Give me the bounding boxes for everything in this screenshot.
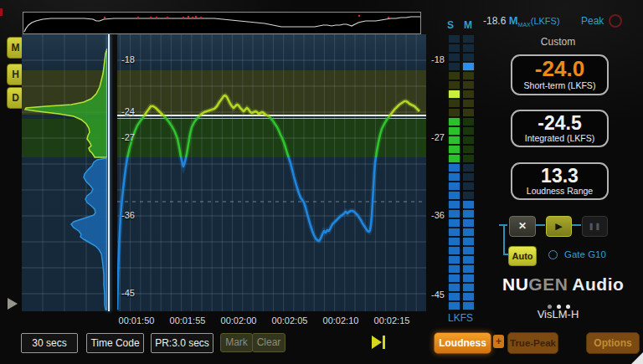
meter-segment <box>449 44 460 52</box>
mark-button[interactable]: Mark <box>220 333 253 352</box>
skip-to-end-icon[interactable] <box>372 336 382 349</box>
integrated-value: -24.5 <box>512 113 607 133</box>
time-axis-label: 00:02:00 <box>213 315 264 326</box>
meter-segment <box>463 274 474 282</box>
gate-label: Gate G10 <box>564 249 606 259</box>
time-axis-label: 00:02:15 <box>367 315 417 326</box>
waveform-overview-graphic <box>23 13 420 33</box>
meter-segment <box>449 302 460 310</box>
short-term-meter-label: S <box>445 19 456 31</box>
meter-segment <box>449 35 460 43</box>
meter-segment <box>463 146 474 153</box>
vislm-plugin-window: M H D S M LKFS -18.6 MMAX(LKFS) Peak Cus… <box>0 0 643 364</box>
logo-part-nu: NU <box>502 274 528 294</box>
loudness-view-button[interactable]: Loudness <box>434 332 491 354</box>
meter-segment <box>449 182 460 190</box>
resize-grip[interactable] <box>631 352 643 364</box>
short-term-meter[interactable] <box>449 35 460 311</box>
meter-segment <box>463 201 474 208</box>
meter-segment <box>449 293 460 300</box>
graph-scale-label: -24 <box>121 106 135 116</box>
meter-segment <box>449 109 460 116</box>
momentary-max-readout[interactable]: -18.6 MMAX(LKFS) <box>483 14 560 28</box>
meter-segment <box>463 302 474 310</box>
logo-part-audio: Audio <box>572 274 624 294</box>
integrated-readout-box[interactable]: -24.5 Integrated (LKFS) <box>511 110 609 147</box>
loudness-range-readout-box[interactable]: 13.3 Loudness Range <box>511 162 609 200</box>
time-axis-label: 00:02:05 <box>265 315 315 326</box>
peak-label: Peak <box>581 15 604 27</box>
meter-segment <box>463 81 474 89</box>
graph-scale-label: -36 <box>121 210 135 220</box>
options-button[interactable]: Options <box>586 332 640 354</box>
meter-segment <box>449 256 460 264</box>
meter-segment <box>463 210 474 218</box>
loudness-distribution-panel[interactable] <box>22 34 107 311</box>
meter-segment <box>449 228 460 236</box>
time-axis-label: 00:01:50 <box>111 315 162 326</box>
meter-segment <box>449 210 460 218</box>
reset-button[interactable]: ✕ <box>509 216 536 237</box>
short-term-readout-box[interactable]: -24.0 Short-term (LKFS) <box>511 54 609 95</box>
integrated-box-label: Integrated (LKFS) <box>512 133 607 143</box>
meter-segment <box>449 118 460 126</box>
true-peak-view-button[interactable]: True-Peak <box>507 332 558 354</box>
peak-indicator-lamp[interactable] <box>609 14 622 28</box>
momentary-max-sub: MAX <box>518 22 531 28</box>
meter-segment <box>463 35 474 43</box>
now-cursor-line <box>108 34 110 311</box>
meter-segment <box>463 109 474 116</box>
graph-scale-label: -18 <box>121 54 135 64</box>
practical-range-button[interactable]: PR:3.0 secs <box>151 333 213 353</box>
meter-segment <box>449 173 460 181</box>
loudness-range-value: 13.3 <box>512 166 607 186</box>
time-axis-label: 00:02:10 <box>316 315 366 326</box>
momentary-max-value: -18.6 <box>483 15 506 27</box>
short-term-box-label: Short-term (LKFS) <box>512 80 607 90</box>
meter-unit-label: LKFS <box>441 312 480 324</box>
meter-segment <box>449 54 460 61</box>
gate-indicator-lamp <box>548 250 558 259</box>
meter-segment <box>449 164 460 172</box>
clear-button[interactable]: Clear <box>252 333 285 352</box>
loudness-history-graph[interactable] <box>117 34 426 311</box>
meter-segment <box>463 164 474 172</box>
histogram-play-icon[interactable] <box>8 298 18 310</box>
nugen-audio-logo: NUGENAudio <box>502 274 615 295</box>
meter-segment <box>463 293 474 300</box>
play-button[interactable]: ▶ <box>546 216 572 237</box>
skip-to-end-icon-bar <box>383 336 385 349</box>
meter-segment <box>449 265 460 273</box>
auto-bracket-line <box>503 225 505 255</box>
meter-segment <box>449 284 460 291</box>
timecode-button[interactable]: Time Code <box>86 333 144 353</box>
edge-red-mark <box>0 8 3 16</box>
meter-segment <box>449 274 460 282</box>
meter-segment <box>463 238 474 245</box>
meter-segment <box>463 136 474 144</box>
meter-segment <box>449 219 460 227</box>
meter-segment <box>449 201 460 208</box>
momentary-max-unit: (LKFS) <box>531 16 560 26</box>
history-window-button[interactable]: 30 secs <box>21 333 78 353</box>
auto-button[interactable]: Auto <box>508 246 537 266</box>
meter-segment <box>463 219 474 227</box>
meter-segment <box>449 247 460 254</box>
meter-segment <box>463 127 474 135</box>
meter-segment <box>463 118 474 126</box>
momentary-meter-label: M <box>462 19 474 31</box>
waveform-overview[interactable] <box>23 12 421 34</box>
preset-name[interactable]: Custom <box>511 36 605 48</box>
meter-segment <box>463 192 474 199</box>
meter-segment <box>463 100 474 107</box>
pause-button[interactable]: ❚❚ <box>582 216 608 237</box>
meter-scale-label: -36 <box>421 210 445 220</box>
meter-scale-label: -45 <box>421 290 445 300</box>
meter-segment <box>449 192 460 199</box>
meter-segment <box>463 173 474 181</box>
meter-segment <box>463 228 474 236</box>
meter-segment <box>463 265 474 273</box>
add-view-button[interactable]: + <box>493 335 504 348</box>
momentary-meter[interactable] <box>463 35 474 311</box>
meter-segment <box>449 63 460 70</box>
